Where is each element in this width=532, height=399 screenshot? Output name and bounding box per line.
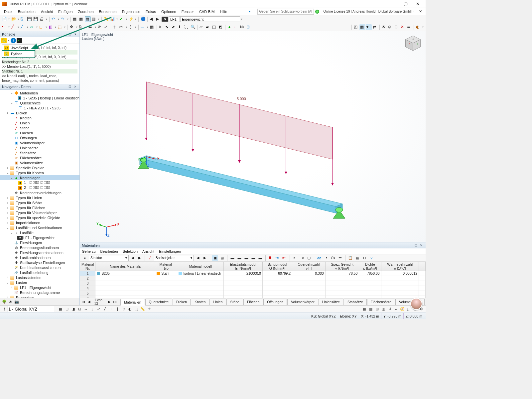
render-wire[interactable]: ▱: [199, 24, 205, 30]
tb-copy[interactable]: ▬: [243, 255, 249, 261]
sel-filter[interactable]: ▾: [366, 24, 372, 30]
tool-rotate[interactable]: ⟳: [97, 24, 103, 30]
table-row[interactable]: 5: [80, 291, 426, 296]
tb-sel2[interactable]: ▦: [219, 255, 225, 261]
view-x[interactable]: ⬉: [165, 24, 171, 30]
konsole-pin-button[interactable]: ⊡: [67, 32, 72, 37]
tree-lastfallbez[interactable]: 🔗Lastfallbeziehung: [0, 270, 79, 275]
tree-oeffnungen[interactable]: ◻Öffnungen: [0, 135, 79, 140]
tb-del[interactable]: ▬: [236, 255, 242, 261]
tab-liniensaetze[interactable]: Liniensätze: [319, 299, 343, 305]
window-close-icon[interactable]: ✕: [419, 9, 424, 14]
menu-hilfe[interactable]: Hilfe: [217, 9, 230, 14]
vis-del[interactable]: ✕: [400, 24, 406, 30]
si-r3[interactable]: ⊞: [374, 306, 380, 312]
basisobj-prev[interactable]: ◀: [195, 255, 201, 261]
render-trans[interactable]: ◫: [211, 24, 217, 30]
render-solid[interactable]: ▰: [205, 24, 211, 30]
tool-member[interactable]: ╱: [20, 24, 26, 30]
tree-typlinien[interactable]: ›Typen für Linien: [0, 195, 79, 200]
th-modell[interactable]: Materialmodell: [177, 262, 224, 271]
navigator-pin-button[interactable]: ⊡: [67, 84, 72, 89]
bp-menu-gehezu[interactable]: Gehe zu: [82, 249, 96, 253]
th-alpha[interactable]: Wärmedehnzahlα [1/°C]: [381, 262, 419, 271]
tool-solid[interactable]: ◧: [48, 24, 54, 30]
konsole-menu-button[interactable]: ▾: [73, 32, 77, 37]
vis-show[interactable]: 👁: [381, 24, 387, 30]
table-row[interactable]: 1 S235 Stahl Isotrop | Linear elastisch …: [80, 271, 426, 276]
vis-hide[interactable]: ⊘: [387, 24, 393, 30]
tab-staebe[interactable]: Stäbe: [226, 299, 243, 305]
avatar[interactable]: [410, 298, 422, 310]
tool-scale[interactable]: ⤢: [103, 24, 109, 30]
tb-f1[interactable]: f: [323, 255, 329, 261]
tree-typknoten[interactable]: ⌄Typen für Knoten: [0, 170, 79, 175]
sel-invert[interactable]: ⇄: [372, 24, 378, 30]
show-supports[interactable]: ▲: [227, 24, 233, 30]
tree-querschnitt-1[interactable]: 工1 - HEA 200 | 1 - S235: [0, 105, 79, 110]
lf-number-input[interactable]: [169, 16, 180, 22]
show-loads[interactable]: ↓: [233, 24, 239, 30]
view-sync-button[interactable]: ▤: [85, 16, 91, 22]
materialien-pin-button[interactable]: ⊡: [414, 243, 418, 248]
measure-button[interactable]: 📏: [103, 16, 109, 22]
tool-move[interactable]: ✥: [69, 24, 75, 30]
materialien-close-button[interactable]: ✕: [419, 243, 424, 248]
si-r7[interactable]: 🧭: [399, 306, 405, 312]
si-3[interactable]: ◨: [70, 306, 76, 312]
tab-dicken[interactable]: Dicken: [173, 299, 191, 305]
tree-flaechen[interactable]: ▱Flächen: [0, 130, 79, 135]
tb-xl[interactable]: ▦: [354, 255, 360, 261]
redo-button[interactable]: ↷: [60, 16, 66, 22]
th-gamma[interactable]: Spez. Gewichtγ [kN/m³]: [325, 262, 359, 271]
si-10[interactable]: ∥: [114, 306, 120, 312]
konsole-lang-button[interactable]: 🐍: [1, 38, 7, 43]
check-button[interactable]: ✔: [119, 16, 125, 22]
menu-fenster[interactable]: Fenster: [179, 9, 197, 14]
tree-knotenlager[interactable]: ⌄▲Knotenlager: [0, 175, 79, 180]
save-all-button[interactable]: ⎘: [20, 16, 26, 22]
nav-eye-icon[interactable]: 👁: [9, 300, 12, 304]
basisobj-select[interactable]: Basisobjekte▾: [154, 255, 194, 261]
menu-item-python[interactable]: 🐍Python: [2, 51, 35, 57]
bp-menu-ansicht[interactable]: Ansicht: [142, 249, 154, 253]
th-typ[interactable]: Material-typ: [155, 262, 177, 271]
lf-next[interactable]: ▶: [155, 16, 161, 22]
si-7[interactable]: ⤢: [95, 306, 101, 312]
tab-flaechensaetze[interactable]: Flächensätze: [367, 299, 395, 305]
si-4[interactable]: ⊡: [76, 306, 82, 312]
si-14[interactable]: 📏: [140, 306, 146, 312]
tree-volumen[interactable]: ▣Volumenkörper: [0, 140, 79, 145]
konsole-lang-dropdown[interactable]: ▾: [7, 39, 10, 42]
tb-cut[interactable]: ▬: [257, 255, 263, 261]
lf-dropdown[interactable]: ▾: [240, 18, 243, 21]
th-nr[interactable]: MaterialNr.: [80, 262, 95, 271]
table-row[interactable]: 3: [80, 281, 426, 286]
menu-item-javascript[interactable]: JSJavaScript: [2, 45, 35, 51]
view-y[interactable]: ⬈: [171, 24, 177, 30]
tree-stabsaetze[interactable]: ╱Stabsätze: [0, 150, 79, 155]
tool-surface[interactable]: ▱: [29, 24, 35, 30]
tree-lasten[interactable]: ⌄Lasten: [0, 280, 79, 285]
navigator-close-button[interactable]: ✕: [73, 84, 77, 89]
tb-ins[interactable]: ▬: [229, 255, 235, 261]
tabs-last[interactable]: ⏭: [113, 299, 118, 305]
si-r6[interactable]: ⤾: [393, 306, 399, 312]
tb-import[interactable]: ⇥: [275, 255, 281, 261]
tree-knotenlager-2[interactable]: ■2 - ☐☑☑ ☐☐☑: [0, 185, 79, 190]
tb-fx[interactable]: ab: [316, 255, 322, 261]
tree-linien[interactable]: ╱Linien: [0, 120, 79, 125]
tab-volumen[interactable]: Volumenkörper: [287, 299, 318, 305]
menu-einfuegen[interactable]: Einfügen: [56, 9, 75, 14]
tree-einwirk[interactable]: ⚓Einwirkungen: [0, 240, 79, 245]
si-9[interactable]: ⊥: [108, 306, 114, 312]
th-name[interactable]: Name des Materials: [95, 262, 155, 271]
menu-search-input[interactable]: [257, 9, 314, 15]
konsole-info-button[interactable]: i: [11, 38, 16, 43]
tree-flaechensaetze[interactable]: ▱Flächensätze: [0, 155, 79, 160]
tree-berechdiag[interactable]: 📈Berechnungsdiagramme: [0, 290, 79, 295]
tool-line[interactable]: ╱: [11, 24, 17, 30]
tree-imperf[interactable]: ›Imperfektionen: [0, 220, 79, 225]
si-1[interactable]: ▦: [58, 306, 64, 312]
tree-ergebnisse[interactable]: ›Ergebnisse: [0, 295, 79, 298]
